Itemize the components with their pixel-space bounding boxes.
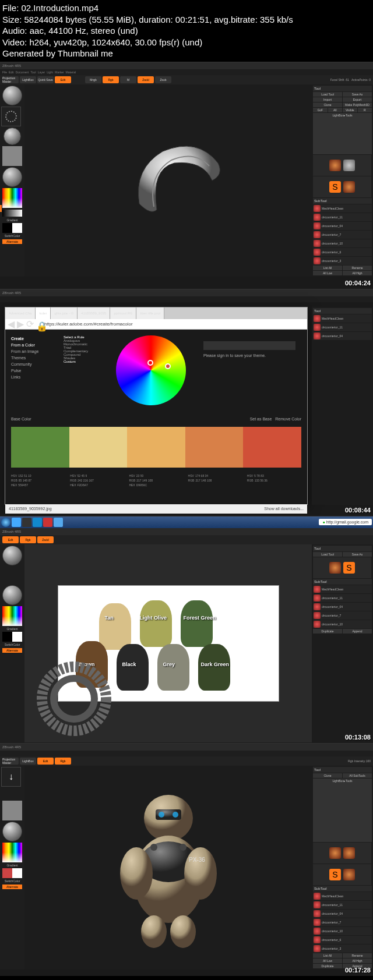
swatch[interactable] (127, 427, 185, 468)
material-preview[interactable] (2, 167, 22, 187)
color-values: HSV 152 51 10RGB 85 148 87HEX 559457 HSV… (11, 473, 301, 487)
stroke-preview[interactable] (1, 107, 21, 126)
switchcolor-label: SwitchColor (1, 234, 23, 238)
taskbar-icon[interactable] (12, 518, 21, 527)
zadd-button[interactable]: Zadd (138, 76, 154, 83)
zbrush-menubar[interactable]: FileEditDocumentToolLayerLightMarkerMate… (0, 69, 373, 75)
timestamp: 00:04:24 (345, 280, 371, 286)
kuler-app: Create From a Color From an Image Themes… (5, 330, 307, 504)
color-picker[interactable] (2, 188, 22, 208)
quicksave-button[interactable]: Quick Save (37, 76, 54, 83)
taskbar-icon[interactable] (33, 518, 42, 527)
swatch[interactable] (69, 427, 128, 468)
clone-button[interactable]: Clone (313, 102, 342, 107)
signin-prompt: Please sign in to save your theme. (198, 335, 301, 417)
m-button[interactable]: M (120, 76, 136, 83)
swatch[interactable] (185, 427, 244, 468)
material-preview[interactable] (2, 822, 22, 841)
import-button[interactable]: Import (313, 97, 342, 102)
tool-thumbnails-2[interactable]: S (313, 176, 371, 197)
taskbar-icon[interactable] (22, 518, 31, 527)
svg-point-4 (159, 812, 164, 818)
gradient-swatch[interactable] (2, 210, 22, 217)
subtool-item[interactable]: MechHeadClean (313, 204, 372, 213)
move-brush[interactable]: ↓ (1, 767, 21, 787)
subtool-list[interactable]: MechHeadClean dncounterior_11 dncounteri… (313, 204, 372, 265)
tool-header[interactable]: Tool (313, 86, 372, 91)
svg-point-14 (170, 915, 196, 948)
reload-icon[interactable]: ⟳ (26, 319, 34, 330)
thumbnail-frame-2: ZBrush 4R5 Advanced Cha kuler ghia jute … (0, 289, 373, 516)
alpha-preview[interactable] (3, 128, 21, 145)
url-bar[interactable]: ◀ ▶ ⟳ 🔒 https://kuler.adobe.com/#create/… (5, 319, 307, 330)
tool-thumbnails[interactable] (313, 155, 371, 176)
tool-panel: Tool MechHeadClean dncounterior_11 dncou… (312, 307, 373, 505)
radial-menu[interactable] (36, 661, 112, 737)
proj-master-button[interactable]: Projection Master (2, 76, 19, 83)
subtool-item[interactable]: dncounterior_10 (313, 239, 372, 247)
taskbar-icon[interactable] (54, 518, 63, 527)
sculpt-model (104, 134, 233, 227)
list-all-button[interactable]: List All (313, 266, 342, 270)
material-preview[interactable] (2, 585, 22, 605)
download-bar[interactable]: 41183589_9035992.jpgShow all downloads..… (5, 504, 307, 514)
zbrush-menubar[interactable] (0, 296, 373, 302)
rule-selector[interactable]: Select a Rule AnalogousMonochromaticTria… (64, 335, 104, 417)
browser-tab[interactable]: 41183589_9035 (78, 307, 110, 319)
polymesh-button[interactable]: Make PolyMesh3D (343, 102, 372, 107)
chrome-tabs[interactable]: Advanced Cha kuler ghia jute - G 4118358… (5, 307, 307, 319)
subtool-header[interactable]: SubTool (313, 198, 372, 204)
browser-tab[interactable]: titan rifle prot (136, 307, 164, 319)
back-icon[interactable]: ◀ (8, 319, 15, 330)
export-button[interactable]: Export (343, 97, 372, 102)
save-as-button[interactable]: Save As (343, 92, 372, 97)
lightbox-button[interactable]: LightBox (20, 76, 36, 83)
address-field[interactable]: ● http://gmail.google.com (319, 519, 372, 525)
mrgb-button[interactable]: Mrgb (85, 76, 101, 83)
left-tray: Gradient SwitchColor Alternate (0, 84, 24, 277)
subtool-item[interactable]: dncounterior_3 (313, 257, 372, 265)
color-wheel[interactable] (116, 335, 186, 405)
brush-preview[interactable] (2, 86, 22, 105)
viewport[interactable] (24, 84, 312, 277)
lock-icon: 🔒 (36, 321, 42, 327)
texture-preview[interactable] (2, 801, 22, 820)
lightbox-tools[interactable]: LightBox▸Tools (313, 113, 372, 154)
kuler-nav[interactable]: Create From a Color From an Image Themes… (11, 335, 52, 417)
forward-icon[interactable]: ▶ (17, 319, 24, 330)
windows-taskbar[interactable]: ● http://gmail.google.com (0, 516, 373, 528)
edit-button[interactable]: Edit (55, 76, 71, 83)
start-button[interactable] (1, 518, 10, 527)
switch-color[interactable] (2, 223, 22, 233)
texture-preview[interactable] (2, 146, 22, 166)
svg-point-8 (120, 847, 153, 900)
rgb-button[interactable]: Rgb (103, 76, 119, 83)
swatch[interactable] (11, 427, 69, 468)
load-tool-button[interactable]: Load Tool (313, 92, 342, 97)
zbrush-titlebar: ZBrush 4R5 (0, 62, 373, 69)
alternate-button[interactable]: Alternate (2, 239, 22, 244)
browser-tab[interactable]: Advanced Cha (5, 307, 36, 319)
svg-point-13 (141, 915, 167, 948)
browser-tab-active[interactable]: kuler (36, 307, 51, 319)
subtool-item[interactable]: dncounterior_04 (313, 222, 372, 230)
subtool-item[interactable]: dncounterior_6 (313, 248, 372, 256)
browser-tab[interactable]: ghia jute - G (51, 307, 78, 319)
taskbar-icon[interactable] (43, 518, 52, 527)
browser-tab[interactable]: pptmoul.RG (110, 307, 136, 319)
robot-model: PX-36 (110, 786, 227, 949)
subtool-item[interactable]: dncounterior_11 (313, 213, 372, 221)
svg-point-10 (150, 844, 157, 851)
rename-button[interactable]: Rename (343, 266, 372, 270)
color-picker[interactable] (2, 843, 22, 862)
zsub-button[interactable]: Zsub (155, 76, 171, 83)
gradient-label: Gradient (1, 218, 23, 222)
subtool-item[interactable]: dncounterior_7 (313, 231, 372, 239)
svg-text:PX-36: PX-36 (189, 857, 205, 863)
swatch[interactable] (243, 427, 301, 468)
theme-name-input[interactable] (203, 341, 295, 350)
color-picker[interactable] (2, 606, 22, 626)
svg-point-9 (184, 847, 217, 900)
color-swatches[interactable] (11, 427, 301, 468)
brush-preview[interactable] (2, 546, 22, 565)
